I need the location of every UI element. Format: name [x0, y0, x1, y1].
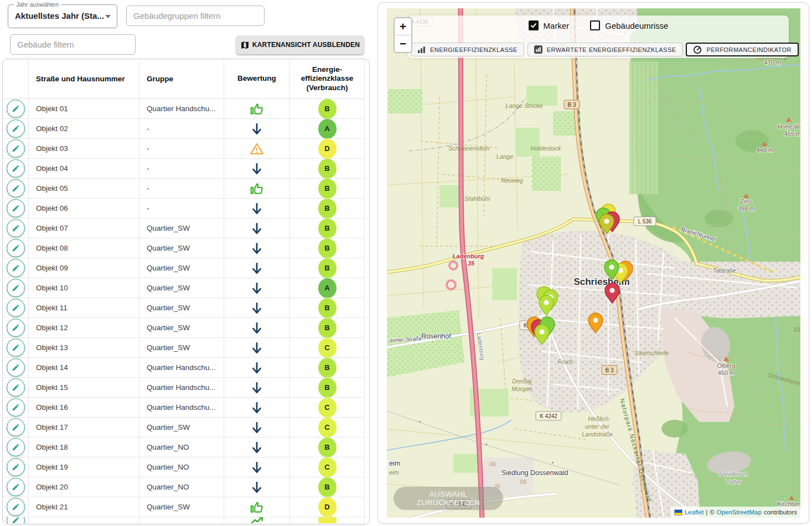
edit-row-button[interactable]: [7, 239, 25, 257]
group-filter-input[interactable]: [126, 6, 265, 26]
street-cell: Objekt 14: [29, 358, 139, 378]
energy-class-badge: A: [318, 278, 337, 298]
energy-class-badge: B: [318, 477, 337, 497]
energy-class-badge: C: [318, 338, 337, 358]
header-edit-column: [3, 59, 29, 99]
header-rating: Bewertung: [224, 59, 290, 99]
map-label: 398 m: [738, 205, 755, 212]
edit-row-button[interactable]: [7, 139, 25, 158]
table-row: Objekt 03-D: [3, 139, 365, 159]
map-label: Holdestock: [531, 145, 561, 152]
edit-row-button[interactable]: [7, 159, 25, 178]
zoom-in-button[interactable]: +: [395, 18, 411, 35]
rating-cell: [224, 378, 290, 398]
group-cell: Quartier_SW: [139, 278, 224, 298]
thumbs-up-icon: [250, 102, 264, 116]
road-badge: B 3: [564, 100, 580, 109]
building-filter-input[interactable]: [10, 34, 136, 55]
edit-cell: [3, 199, 29, 218]
edit-cell: [3, 119, 29, 139]
year-select[interactable]: Jahr auswählen Aktuellstes Jahr (Sta...: [8, 4, 117, 28]
edit-row-button[interactable]: [7, 199, 25, 217]
edit-row-button[interactable]: [7, 358, 25, 377]
osm-link[interactable]: OpenStreetMap: [717, 509, 762, 515]
edit-row-button[interactable]: [7, 478, 25, 496]
map-layer-button-erwartete-energieeffizienzklasse[interactable]: ERWARTETE ENERGIEEFFIZIENZKLASSE: [527, 43, 683, 56]
street-cell: Objekt 21: [29, 497, 139, 517]
edit-row-button[interactable]: [7, 498, 25, 516]
edit-row-button[interactable]: [7, 319, 25, 337]
rating-cell: [224, 179, 290, 199]
thumbs-up-icon: [250, 500, 264, 514]
map-label: Lange Stricke: [505, 102, 542, 109]
map-canvas[interactable]: K 4135B 3L 536K 42B 3K 4242K 4142Leuters…: [387, 8, 800, 518]
arrow-down-icon: [250, 201, 264, 216]
energy-class-badge: B: [318, 298, 337, 318]
edit-row-button[interactable]: [7, 378, 25, 397]
zoom-out-button[interactable]: −: [395, 35, 411, 52]
arrow-down-icon: [250, 440, 264, 455]
rating-cell: [224, 418, 290, 438]
edit-row-button[interactable]: [7, 119, 25, 138]
edit-row-button[interactable]: [7, 338, 25, 357]
hide-map-button[interactable]: KARTENANSICHT AUSBLENDEN: [236, 35, 364, 54]
map-label: Rosenhof: [421, 332, 451, 340]
edit-row-button[interactable]: [7, 219, 25, 237]
pencil-icon: [12, 224, 20, 232]
road-badge: B 3: [602, 366, 617, 374]
table-row: [3, 517, 365, 524]
warning-icon: [250, 142, 264, 156]
rating-cell: [224, 358, 290, 378]
energy-class-cell: B: [290, 238, 365, 258]
edit-row-button[interactable]: [7, 179, 25, 197]
edit-row-button[interactable]: [7, 279, 25, 297]
arrow-down-icon: [250, 221, 264, 236]
thumbs-up-icon: [250, 181, 264, 196]
edit-row-button[interactable]: [7, 517, 25, 524]
edit-row-button[interactable]: [7, 398, 25, 416]
rating-cell: [224, 338, 290, 358]
layer-button-row: ENERGIEEFFIZIENZKLASSEERWARTETE ENERGIEE…: [411, 43, 786, 56]
map-layer-button-performanceindikator[interactable]: PERFORMANCEINDIKATOR: [686, 43, 798, 56]
table-row: Objekt 08Quartier_SWB: [3, 238, 365, 258]
street-cell: Objekt 16: [29, 398, 139, 418]
energy-class-badge: B: [318, 218, 337, 238]
group-cell: Quartier_SW: [139, 218, 224, 238]
map-zoom-control: + −: [394, 17, 412, 53]
arrow-down-icon: [250, 341, 264, 355]
map-layer-button-energieeffizienzklasse[interactable]: ENERGIEEFFIZIENZKLASSE: [411, 43, 524, 56]
leaflet-link[interactable]: Leaflet: [685, 509, 704, 515]
map-layer-panel: MarkerGebäudeumrisse ENERGIEEFFIZIENZKLA…: [408, 15, 789, 58]
group-cell: Quartier_SW: [139, 258, 224, 278]
edit-row-button[interactable]: [7, 438, 25, 456]
map-label: Ladenburg: [453, 253, 484, 259]
table-row: Objekt 20Quartier_NOB: [3, 477, 365, 497]
table-row: Objekt 07Quartier_SWB: [3, 218, 365, 238]
street-cell: Objekt 15: [29, 378, 139, 398]
street-cell: Objekt 13: [29, 338, 139, 358]
arrow-down-icon: [250, 361, 264, 375]
group-cell: Quartier_SW: [139, 418, 224, 438]
pencil-icon: [12, 403, 20, 412]
checkbox-icon[interactable]: [529, 20, 539, 30]
map-viewport[interactable]: K 4135B 3L 536K 42B 3K 4242K 4142Leuters…: [387, 8, 800, 518]
edit-cell: [3, 438, 29, 457]
edit-row-button[interactable]: [7, 259, 25, 277]
energy-class-cell: B: [290, 318, 365, 338]
layer-checkbox-gebäudeumrisse[interactable]: Gebäudeumrisse: [590, 20, 668, 30]
edit-row-button[interactable]: [7, 458, 25, 476]
table-row: Objekt 14Quartier Handschu...B: [3, 358, 365, 378]
layer-checkbox-marker[interactable]: Marker: [529, 20, 570, 30]
edit-cell: [3, 318, 29, 338]
map-vineyards: [629, 61, 658, 194]
energy-class-cell: B: [290, 99, 365, 119]
edit-row-button[interactable]: [7, 100, 25, 118]
map-label: Froch: [557, 358, 573, 365]
energy-class-badge: B: [318, 438, 337, 457]
edit-row-button[interactable]: [7, 299, 25, 317]
reset-selection-button[interactable]: AUSWAHL ZURÜCKSETZEN: [394, 487, 503, 510]
checkbox-icon[interactable]: [590, 20, 600, 30]
rating-cell: [224, 139, 290, 159]
edit-row-button[interactable]: [7, 418, 25, 436]
table-row: Objekt 13Quartier_SWC: [3, 338, 365, 358]
